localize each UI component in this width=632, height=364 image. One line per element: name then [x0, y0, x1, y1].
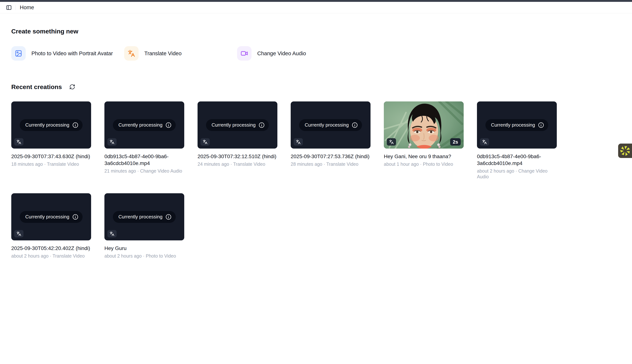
processing-status-pill: Currently processing — [486, 119, 548, 131]
video-thumbnail: Currently processing — [11, 193, 91, 240]
processing-label: Currently processing — [25, 122, 69, 128]
video-thumbnail: Currently processing — [291, 102, 370, 148]
starburst-icon — [620, 146, 630, 156]
creation-meta: about 2 hours ago · Translate Video — [11, 253, 91, 259]
creation-card[interactable]: Currently processing Hey Guru about 2 ho… — [104, 193, 184, 259]
info-icon — [72, 214, 78, 220]
creation-title: 2025-09-30T07:27:53.736Z (hindi) — [291, 153, 370, 160]
panel-left-icon — [6, 4, 12, 10]
video-thumbnail: Currently processing — [104, 193, 184, 240]
creation-meta: about 1 hour ago · Photo to Video — [384, 161, 464, 167]
creation-title: 2025-09-30T07:37:43.630Z (hindi) — [11, 153, 91, 160]
creation-card[interactable]: Currently processing 2025-09-30T05:42:20… — [11, 193, 91, 259]
duration-badge: 2s — [450, 138, 461, 146]
page-title: Home — [20, 4, 34, 10]
processing-label: Currently processing — [25, 214, 69, 220]
languages-icon — [124, 46, 138, 60]
creation-card[interactable]: Currently processing 2025-09-30T07:27:53… — [291, 102, 370, 167]
video-thumbnail: Currently processing — [11, 102, 91, 148]
info-icon — [166, 122, 172, 128]
action-translate-video[interactable]: Translate Video — [124, 46, 237, 60]
languages-icon — [107, 138, 116, 146]
processing-label: Currently processing — [212, 122, 256, 128]
creation-meta: about 2 hours ago · Change Video Audio — [477, 168, 557, 180]
recent-heading: Recent creations — [11, 83, 62, 90]
action-label: Change Video Audio — [257, 50, 306, 56]
video-camera-icon — [237, 46, 252, 60]
creation-title: 2025-09-30T05:42:20.402Z (hindi) — [11, 245, 91, 252]
creation-card[interactable]: Currently processing 2025-09-30T07:32:12… — [198, 102, 278, 167]
main-content: Create something new Photo to Video with… — [0, 28, 632, 259]
processing-status-pill: Currently processing — [20, 119, 82, 131]
refresh-icon — [69, 84, 75, 90]
action-change-video-audio[interactable]: Change Video Audio — [237, 46, 350, 60]
languages-icon — [14, 230, 24, 238]
image-icon — [11, 46, 26, 60]
processing-label: Currently processing — [305, 122, 349, 128]
info-icon — [352, 122, 358, 128]
video-thumbnail: Currently processing — [477, 102, 557, 148]
creation-card[interactable]: 2s Hey Gani, Nee oru 9 thaana? about 1 h… — [384, 102, 464, 167]
action-label: Translate Video — [144, 50, 182, 56]
creation-card[interactable]: Currently processing 0db913c5-4b87-4e00-… — [477, 102, 557, 180]
topbar-divider — [16, 5, 16, 10]
creation-title: 0db913c5-4b87-4e00-9ba6-3a6cdcb4010e.mp4 — [104, 153, 184, 167]
creation-title: 0db913c5-4b87-4e00-9ba6-3a6cdcb4010e.mp4 — [477, 153, 557, 167]
creation-meta: 24 minutes ago · Translate Video — [198, 161, 278, 167]
sidebar-toggle-button[interactable] — [5, 4, 13, 12]
recent-heading-row: Recent creations — [11, 83, 621, 91]
languages-icon — [387, 138, 396, 146]
info-icon — [166, 214, 172, 220]
creation-card[interactable]: Currently processing 2025-09-30T07:37:43… — [11, 102, 91, 167]
creation-title: Hey Gani, Nee oru 9 thaana? — [384, 153, 464, 160]
languages-icon — [480, 138, 489, 146]
video-thumbnail-photo: 2s — [384, 102, 464, 148]
info-icon — [72, 122, 78, 128]
languages-icon — [107, 230, 116, 238]
video-thumbnail: Currently processing — [198, 102, 278, 148]
languages-icon — [200, 138, 210, 146]
languages-icon — [14, 138, 24, 146]
processing-status-pill: Currently processing — [299, 119, 362, 131]
languages-icon — [294, 138, 303, 146]
info-icon — [538, 122, 544, 128]
processing-label: Currently processing — [491, 122, 535, 128]
create-actions-row: Photo to Video with Portrait Avatar Tran… — [11, 46, 621, 60]
creation-title: 2025-09-30T07:32:12.510Z (hindi) — [198, 153, 278, 160]
processing-status-pill: Currently processing — [113, 211, 176, 223]
creation-meta: 28 minutes ago · Translate Video — [291, 161, 370, 167]
creation-title: Hey Guru — [104, 245, 184, 252]
processing-label: Currently processing — [118, 214, 162, 220]
video-thumbnail: Currently processing — [104, 102, 184, 148]
processing-status-pill: Currently processing — [113, 119, 176, 131]
window-top-strip — [0, 0, 632, 2]
recent-creations-grid: Currently processing 2025-09-30T07:37:43… — [11, 102, 621, 259]
processing-status-pill: Currently processing — [206, 119, 269, 131]
processing-label: Currently processing — [118, 122, 162, 128]
creation-meta: about 2 hours ago · Photo to Video — [104, 253, 184, 259]
creation-card[interactable]: Currently processing 0db913c5-4b87-4e00-… — [104, 102, 184, 174]
action-photo-to-video[interactable]: Photo to Video with Portrait Avatar — [11, 46, 124, 60]
info-icon — [258, 122, 265, 128]
feedback-widget-button[interactable] — [617, 143, 632, 159]
processing-status-pill: Currently processing — [20, 211, 82, 223]
creation-meta: 18 minutes ago · Translate Video — [11, 161, 91, 167]
create-heading: Create something new — [11, 28, 621, 35]
creation-meta: 21 minutes ago · Change Video Audio — [104, 168, 184, 174]
action-label: Photo to Video with Portrait Avatar — [32, 50, 113, 56]
topbar: Home — [0, 2, 632, 13]
refresh-button[interactable] — [68, 83, 76, 91]
